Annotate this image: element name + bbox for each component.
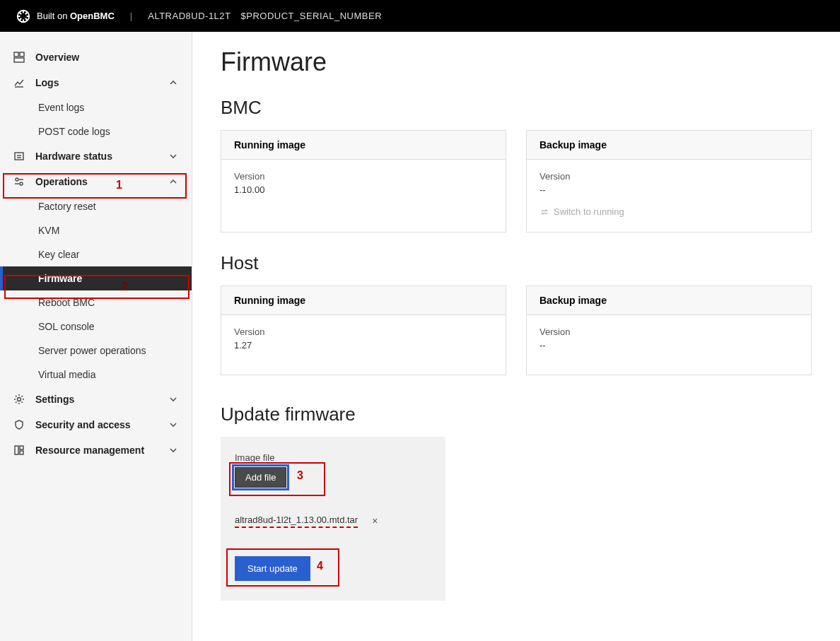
add-file-button[interactable]: Add file: [235, 467, 286, 488]
chevron-down-icon: [169, 152, 179, 160]
image-file-label: Image file: [235, 452, 431, 463]
resource-label: Resource management: [35, 445, 159, 456]
sidebar-item-resource-management[interactable]: Resource management: [0, 437, 192, 463]
host-running-title: Running image: [221, 286, 506, 315]
svg-rect-14: [20, 446, 23, 449]
host-backup-card: Backup image Version --: [526, 286, 812, 375]
logs-icon: [13, 77, 25, 88]
sidebar: Overview Logs Event logs POST code logs …: [0, 32, 192, 641]
security-label: Security and access: [35, 419, 159, 430]
sidebar-item-factory-reset[interactable]: Factory reset: [0, 194, 192, 218]
sidebar-item-sol-console[interactable]: SOL console: [0, 314, 192, 339]
annotation-number-3: 3: [297, 469, 303, 482]
page-title: Firmware: [221, 47, 812, 77]
svg-point-8: [16, 178, 18, 181]
settings-icon: [13, 394, 25, 405]
bmc-backup-card: Backup image Version -- Switch to runnin…: [526, 130, 812, 233]
host-heading: Host: [221, 252, 812, 274]
sidebar-item-security[interactable]: Security and access: [0, 412, 192, 437]
host-running-card: Running image Version 1.27: [221, 286, 506, 375]
header-separator: |: [130, 11, 132, 21]
bmc-running-title: Running image: [221, 131, 506, 160]
bmc-backup-version-label: Version: [539, 171, 798, 182]
bmc-backup-title: Backup image: [527, 131, 811, 160]
brand: Built on OpenBMC: [16, 8, 115, 24]
hardware-icon: [13, 151, 25, 162]
main-content: Firmware BMC Running image Version 1.10.…: [192, 32, 840, 641]
chevron-up-icon: [169, 177, 179, 186]
update-firmware-panel: Image file Add file altrad8ud-1l2t_1.13.…: [221, 437, 445, 601]
svg-point-10: [20, 182, 23, 185]
clear-file-button[interactable]: ×: [372, 515, 378, 527]
sidebar-item-key-clear[interactable]: Key clear: [0, 242, 192, 266]
host-running-version: 1.27: [234, 340, 493, 351]
chevron-down-icon: [169, 446, 179, 454]
bmc-heading: BMC: [221, 97, 812, 119]
operations-icon: [13, 176, 25, 187]
svg-rect-1: [14, 52, 18, 57]
bmc-backup-version: --: [539, 184, 798, 195]
bmc-running-version-label: Version: [234, 171, 493, 182]
svg-rect-13: [15, 446, 18, 454]
hardware-label: Hardware status: [35, 151, 159, 162]
host-backup-version-label: Version: [539, 327, 798, 337]
sidebar-item-hardware-status[interactable]: Hardware status: [0, 143, 192, 169]
header-model: ALTRAD8UD-1L2T: [148, 11, 231, 21]
brand-text: Built on OpenBMC: [37, 11, 115, 21]
annotation-number-1: 1: [116, 179, 122, 192]
sidebar-item-reboot-bmc[interactable]: Reboot BMC: [0, 290, 192, 314]
host-backup-title: Backup image: [527, 286, 811, 315]
sidebar-item-settings[interactable]: Settings: [0, 387, 192, 412]
logs-label: Logs: [35, 77, 159, 88]
svg-rect-15: [20, 451, 23, 454]
swap-icon: [539, 207, 549, 217]
sidebar-item-server-power-operations[interactable]: Server power operations: [0, 339, 192, 363]
sidebar-item-overview[interactable]: Overview: [0, 45, 192, 70]
header-serial: $PRODUCT_SERIAL_NUMBER: [241, 11, 383, 21]
host-running-version-label: Version: [234, 327, 493, 337]
svg-rect-2: [20, 52, 24, 57]
annotation-number-2: 2: [122, 281, 128, 293]
annotation-number-4: 4: [317, 560, 323, 572]
switch-to-running-label: Switch to running: [554, 206, 624, 217]
resource-icon: [13, 445, 25, 456]
operations-label: Operations: [35, 176, 159, 187]
sidebar-item-virtual-media[interactable]: Virtual media: [0, 363, 192, 387]
svg-rect-3: [14, 58, 24, 62]
switch-to-running-button[interactable]: Switch to running: [539, 206, 624, 217]
chevron-down-icon: [169, 395, 179, 404]
start-update-button[interactable]: Start update: [235, 556, 310, 581]
sidebar-item-logs[interactable]: Logs: [0, 70, 192, 95]
shield-icon: [13, 419, 25, 430]
overview-icon: [13, 52, 25, 63]
sidebar-item-firmware[interactable]: Firmware: [0, 266, 192, 290]
host-backup-version: --: [539, 340, 798, 351]
bmc-running-version: 1.10.00: [234, 184, 493, 195]
sidebar-item-post-code-logs[interactable]: POST code logs: [0, 119, 192, 143]
sidebar-item-event-logs[interactable]: Event logs: [0, 95, 192, 119]
settings-label: Settings: [35, 394, 159, 405]
svg-rect-5: [15, 153, 23, 160]
sidebar-item-kvm[interactable]: KVM: [0, 218, 192, 242]
svg-point-12: [18, 398, 21, 401]
bmc-running-card: Running image Version 1.10.00: [221, 130, 506, 233]
update-firmware-heading: Update firmware: [221, 404, 812, 425]
selected-file-name: altrad8ud-1l2t_1.13.00.mtd.tar: [235, 514, 358, 528]
top-header: Built on OpenBMC | ALTRAD8UD-1L2T $PRODU…: [0, 0, 840, 32]
openbmc-logo-icon: [16, 8, 31, 24]
chevron-up-icon: [169, 78, 179, 87]
chevron-down-icon: [169, 421, 179, 429]
sidebar-item-operations[interactable]: Operations: [0, 169, 192, 194]
overview-label: Overview: [35, 52, 179, 63]
